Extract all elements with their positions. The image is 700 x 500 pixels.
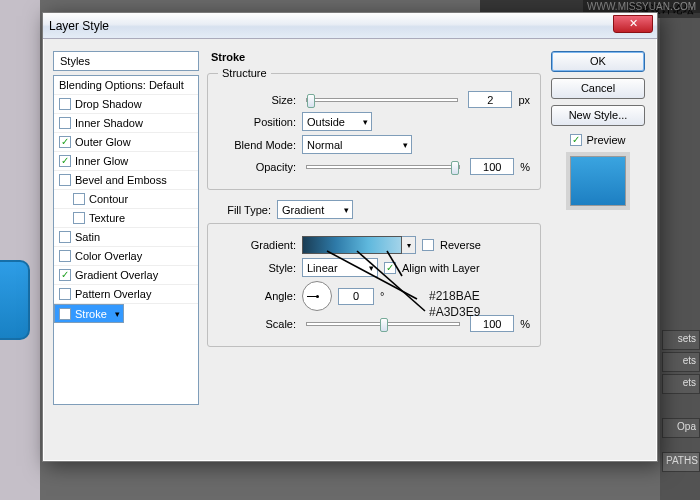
style-checkbox[interactable]	[59, 288, 71, 300]
angle-input[interactable]	[338, 288, 374, 305]
style-checkbox[interactable]	[59, 269, 71, 281]
preview-checkbox[interactable]	[570, 134, 582, 146]
ok-button[interactable]: OK	[551, 51, 645, 72]
panel-stub: sets	[662, 330, 700, 350]
scale-label: Scale:	[218, 318, 296, 330]
close-button[interactable]: ✕	[613, 15, 653, 33]
reverse-label: Reverse	[440, 239, 481, 251]
fill-group: Gradient: ▾ Reverse Style: Linear Align …	[207, 223, 541, 347]
blendmode-label: Blend Mode:	[218, 139, 296, 151]
style-label: Pattern Overlay	[75, 288, 151, 300]
panel-stub: Opa	[662, 418, 700, 438]
size-slider[interactable]	[306, 98, 458, 102]
structure-group: Structure Size: px Position: Outside Ble…	[207, 67, 541, 190]
style-label: Outer Glow	[75, 136, 131, 148]
filltype-select[interactable]: Gradient	[277, 200, 353, 219]
style-checkbox[interactable]	[59, 174, 71, 186]
angle-label: Angle:	[218, 290, 296, 302]
style-checkbox[interactable]	[59, 308, 71, 320]
filltype-label: Fill Type:	[209, 204, 271, 216]
style-label: Satin	[75, 231, 100, 243]
style-label: Color Overlay	[75, 250, 142, 262]
reverse-checkbox[interactable]	[422, 239, 434, 251]
size-input[interactable]	[468, 91, 512, 108]
styles-list: Blending Options: Default Drop ShadowInn…	[53, 75, 199, 405]
style-row-stroke[interactable]: Stroke	[54, 304, 124, 323]
style-label: Bevel and Emboss	[75, 174, 167, 186]
style-row-outer-glow[interactable]: Outer Glow	[54, 133, 198, 152]
style-row-satin[interactable]: Satin	[54, 228, 198, 247]
style-checkbox[interactable]	[73, 212, 85, 224]
opacity-slider[interactable]	[306, 165, 460, 169]
scale-input[interactable]	[470, 315, 514, 332]
style-row-inner-shadow[interactable]: Inner Shadow	[54, 114, 198, 133]
style-checkbox[interactable]	[73, 193, 85, 205]
styles-header[interactable]: Styles	[53, 51, 199, 71]
style-row-gradient-overlay[interactable]: Gradient Overlay	[54, 266, 198, 285]
style-select[interactable]: Linear	[302, 258, 378, 277]
unit-label: °	[380, 290, 384, 302]
style-checkbox[interactable]	[59, 136, 71, 148]
style-row-contour[interactable]: Contour	[54, 190, 198, 209]
opacity-label: Opacity:	[218, 161, 296, 173]
gradient-dropdown[interactable]: ▾	[402, 236, 416, 254]
unit-label: px	[518, 94, 530, 106]
gradient-label: Gradient:	[218, 239, 296, 251]
blending-options-row[interactable]: Blending Options: Default	[54, 76, 198, 95]
style-row-inner-glow[interactable]: Inner Glow	[54, 152, 198, 171]
style-checkbox[interactable]	[59, 231, 71, 243]
style-label: Contour	[89, 193, 128, 205]
style-row-drop-shadow[interactable]: Drop Shadow	[54, 95, 198, 114]
cancel-button[interactable]: Cancel	[551, 78, 645, 99]
unit-label: %	[520, 318, 530, 330]
position-label: Position:	[218, 116, 296, 128]
new-style-button[interactable]: New Style...	[551, 105, 645, 126]
angle-dial[interactable]	[302, 281, 332, 311]
opacity-input[interactable]	[470, 158, 514, 175]
style-row-bevel-and-emboss[interactable]: Bevel and Emboss	[54, 171, 198, 190]
style-label: Drop Shadow	[75, 98, 142, 110]
style-checkbox[interactable]	[59, 117, 71, 129]
preview-label: Preview	[586, 134, 625, 146]
gradient-swatch[interactable]	[302, 236, 402, 254]
style-checkbox[interactable]	[59, 155, 71, 167]
section-title: Stroke	[211, 51, 541, 63]
style-checkbox[interactable]	[59, 250, 71, 262]
structure-legend: Structure	[218, 67, 271, 79]
titlebar[interactable]: Layer Style ✕	[43, 13, 657, 39]
position-select[interactable]: Outside	[302, 112, 372, 131]
style-label: Stroke	[75, 308, 107, 320]
align-checkbox[interactable]	[384, 262, 396, 274]
style-label: Inner Glow	[75, 155, 128, 167]
layer-thumbnail	[0, 260, 30, 340]
layer-style-dialog: Layer Style ✕ Styles Blending Options: D…	[42, 12, 658, 462]
align-label: Align with Layer	[402, 262, 480, 274]
panel-stub: ets	[662, 352, 700, 372]
style-label: Style:	[218, 262, 296, 274]
style-row-color-overlay[interactable]: Color Overlay	[54, 247, 198, 266]
panel-stub: PATHS	[662, 452, 700, 472]
style-checkbox[interactable]	[59, 98, 71, 110]
blendmode-select[interactable]: Normal	[302, 135, 412, 154]
size-label: Size:	[218, 94, 296, 106]
style-label: Inner Shadow	[75, 117, 143, 129]
style-label: Gradient Overlay	[75, 269, 158, 281]
preview-swatch	[570, 156, 626, 206]
dialog-title: Layer Style	[49, 19, 109, 33]
style-row-texture[interactable]: Texture	[54, 209, 198, 228]
unit-label: %	[520, 161, 530, 173]
style-row-pattern-overlay[interactable]: Pattern Overlay	[54, 285, 198, 304]
panel-stub: ets	[662, 374, 700, 394]
style-label: Texture	[89, 212, 125, 224]
scale-slider[interactable]	[306, 322, 460, 326]
